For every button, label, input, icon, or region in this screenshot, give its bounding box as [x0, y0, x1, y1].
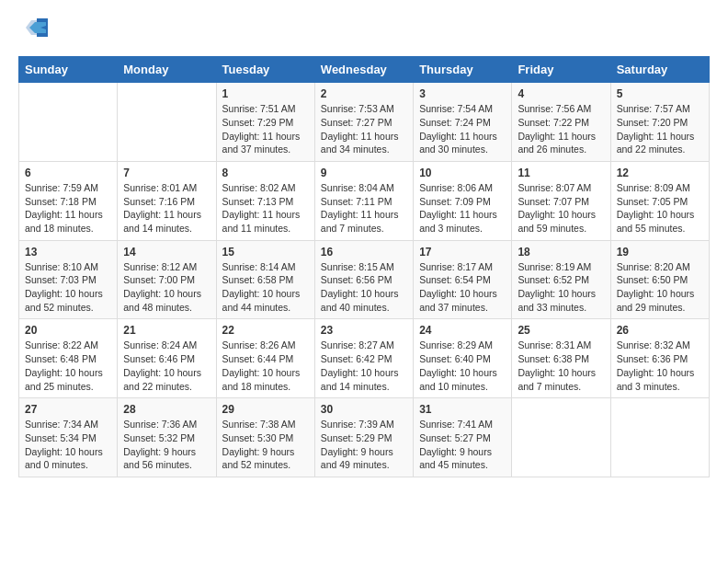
day-number: 18	[518, 246, 604, 259]
day-of-week-header: SundayMondayTuesdayWednesdayThursdayFrid…	[19, 57, 710, 83]
day-info: Sunrise: 7:51 AMSunset: 7:29 PMDaylight:…	[222, 102, 309, 156]
day-number: 17	[419, 246, 506, 259]
calendar-week-1: 1Sunrise: 7:51 AMSunset: 7:29 PMDaylight…	[19, 83, 710, 162]
day-header-monday: Monday	[118, 57, 216, 83]
day-header-thursday: Thursday	[414, 57, 512, 83]
day-info: Sunrise: 8:32 AMSunset: 6:36 PMDaylight:…	[617, 339, 703, 393]
calendar-cell: 14Sunrise: 8:12 AMSunset: 7:00 PMDayligh…	[118, 240, 216, 319]
calendar-week-3: 13Sunrise: 8:10 AMSunset: 7:03 PMDayligh…	[19, 240, 710, 319]
calendar-cell: 13Sunrise: 8:10 AMSunset: 7:03 PMDayligh…	[19, 240, 118, 319]
day-header-tuesday: Tuesday	[216, 57, 314, 83]
calendar-table: SundayMondayTuesdayWednesdayThursdayFrid…	[18, 56, 710, 477]
calendar-cell: 8Sunrise: 8:02 AMSunset: 7:13 PMDaylight…	[216, 161, 314, 240]
day-number: 15	[222, 246, 309, 259]
day-number: 12	[617, 167, 703, 179]
day-info: Sunrise: 7:53 AMSunset: 7:27 PMDaylight:…	[321, 102, 407, 156]
day-info: Sunrise: 8:15 AMSunset: 6:56 PMDaylight:…	[321, 260, 407, 315]
day-info: Sunrise: 7:34 AMSunset: 5:34 PMDaylight:…	[25, 418, 111, 472]
calendar-cell: 11Sunrise: 8:07 AMSunset: 7:07 PMDayligh…	[512, 161, 610, 240]
day-info: Sunrise: 8:14 AMSunset: 6:58 PMDaylight:…	[222, 260, 309, 315]
calendar-cell: 26Sunrise: 8:32 AMSunset: 6:36 PMDayligh…	[610, 319, 709, 398]
calendar-cell: 20Sunrise: 8:22 AMSunset: 6:48 PMDayligh…	[19, 319, 118, 398]
day-info: Sunrise: 8:02 AMSunset: 7:13 PMDaylight:…	[222, 181, 309, 236]
day-info: Sunrise: 7:59 AMSunset: 7:18 PMDaylight:…	[25, 181, 111, 236]
calendar-cell: 22Sunrise: 8:26 AMSunset: 6:44 PMDayligh…	[216, 319, 314, 398]
calendar-cell	[118, 83, 216, 162]
day-number: 23	[321, 324, 407, 337]
calendar-cell: 18Sunrise: 8:19 AMSunset: 6:52 PMDayligh…	[512, 240, 610, 319]
day-number: 20	[25, 324, 111, 337]
calendar-cell: 30Sunrise: 7:39 AMSunset: 5:29 PMDayligh…	[314, 398, 413, 477]
calendar-cell: 19Sunrise: 8:20 AMSunset: 6:50 PMDayligh…	[610, 240, 709, 319]
day-info: Sunrise: 8:12 AMSunset: 7:00 PMDaylight:…	[123, 260, 210, 315]
day-info: Sunrise: 7:57 AMSunset: 7:20 PMDaylight:…	[617, 102, 703, 156]
day-info: Sunrise: 7:39 AMSunset: 5:29 PMDaylight:…	[321, 418, 407, 472]
day-number: 13	[25, 246, 111, 259]
day-info: Sunrise: 8:26 AMSunset: 6:44 PMDaylight:…	[222, 339, 309, 393]
day-number: 14	[123, 246, 210, 259]
day-number: 16	[321, 246, 407, 259]
calendar-cell: 9Sunrise: 8:04 AMSunset: 7:11 PMDaylight…	[314, 161, 413, 240]
calendar-body: 1Sunrise: 7:51 AMSunset: 7:29 PMDaylight…	[19, 83, 710, 477]
day-info: Sunrise: 8:19 AMSunset: 6:52 PMDaylight:…	[518, 260, 604, 315]
calendar-cell	[512, 398, 610, 477]
day-number: 25	[518, 324, 604, 337]
day-info: Sunrise: 8:10 AMSunset: 7:03 PMDaylight:…	[25, 260, 111, 315]
calendar-cell: 16Sunrise: 8:15 AMSunset: 6:56 PMDayligh…	[314, 240, 413, 319]
calendar-week-4: 20Sunrise: 8:22 AMSunset: 6:48 PMDayligh…	[19, 319, 710, 398]
day-number: 10	[419, 167, 506, 179]
calendar-cell: 31Sunrise: 7:41 AMSunset: 5:27 PMDayligh…	[414, 398, 512, 477]
day-number: 29	[222, 403, 309, 416]
calendar-cell	[19, 83, 118, 162]
day-info: Sunrise: 7:38 AMSunset: 5:30 PMDaylight:…	[222, 418, 309, 472]
day-info: Sunrise: 7:54 AMSunset: 7:24 PMDaylight:…	[419, 102, 506, 156]
logo	[18, 18, 48, 41]
day-info: Sunrise: 7:56 AMSunset: 7:22 PMDaylight:…	[518, 102, 604, 156]
day-info: Sunrise: 8:27 AMSunset: 6:42 PMDaylight:…	[321, 339, 407, 393]
calendar-week-5: 27Sunrise: 7:34 AMSunset: 5:34 PMDayligh…	[19, 398, 710, 477]
calendar-cell: 24Sunrise: 8:29 AMSunset: 6:40 PMDayligh…	[414, 319, 512, 398]
day-number: 9	[321, 167, 407, 179]
day-number: 21	[123, 324, 210, 337]
day-info: Sunrise: 8:01 AMSunset: 7:16 PMDaylight:…	[123, 181, 210, 236]
day-info: Sunrise: 8:29 AMSunset: 6:40 PMDaylight:…	[419, 339, 506, 393]
day-info: Sunrise: 8:17 AMSunset: 6:54 PMDaylight:…	[419, 260, 506, 315]
day-info: Sunrise: 8:20 AMSunset: 6:50 PMDaylight:…	[617, 260, 703, 315]
day-header-sunday: Sunday	[19, 57, 118, 83]
calendar-cell: 10Sunrise: 8:06 AMSunset: 7:09 PMDayligh…	[414, 161, 512, 240]
calendar-container: SundayMondayTuesdayWednesdayThursdayFrid…	[0, 0, 728, 487]
calendar-week-2: 6Sunrise: 7:59 AMSunset: 7:18 PMDaylight…	[19, 161, 710, 240]
day-number: 7	[123, 167, 210, 179]
day-number: 19	[617, 246, 703, 259]
day-number: 8	[222, 167, 309, 179]
day-info: Sunrise: 7:36 AMSunset: 5:32 PMDaylight:…	[123, 418, 210, 472]
calendar-cell: 6Sunrise: 7:59 AMSunset: 7:18 PMDaylight…	[19, 161, 118, 240]
day-number: 3	[419, 87, 506, 100]
day-number: 1	[222, 87, 309, 100]
calendar-cell: 28Sunrise: 7:36 AMSunset: 5:32 PMDayligh…	[118, 398, 216, 477]
calendar-cell: 4Sunrise: 7:56 AMSunset: 7:22 PMDaylight…	[512, 83, 610, 162]
day-info: Sunrise: 8:22 AMSunset: 6:48 PMDaylight:…	[25, 339, 111, 393]
calendar-cell: 2Sunrise: 7:53 AMSunset: 7:27 PMDaylight…	[314, 83, 413, 162]
day-number: 24	[419, 324, 506, 337]
day-number: 30	[321, 403, 407, 416]
calendar-cell: 5Sunrise: 7:57 AMSunset: 7:20 PMDaylight…	[610, 83, 709, 162]
calendar-cell: 21Sunrise: 8:24 AMSunset: 6:46 PMDayligh…	[118, 319, 216, 398]
day-info: Sunrise: 8:24 AMSunset: 6:46 PMDaylight:…	[123, 339, 210, 393]
calendar-cell: 7Sunrise: 8:01 AMSunset: 7:16 PMDaylight…	[118, 161, 216, 240]
header	[18, 18, 710, 41]
day-info: Sunrise: 8:07 AMSunset: 7:07 PMDaylight:…	[518, 181, 604, 236]
day-info: Sunrise: 8:31 AMSunset: 6:38 PMDaylight:…	[518, 339, 604, 393]
day-info: Sunrise: 8:09 AMSunset: 7:05 PMDaylight:…	[617, 181, 703, 236]
day-number: 11	[518, 167, 604, 179]
day-header-friday: Friday	[512, 57, 610, 83]
calendar-cell: 17Sunrise: 8:17 AMSunset: 6:54 PMDayligh…	[414, 240, 512, 319]
day-info: Sunrise: 8:06 AMSunset: 7:09 PMDaylight:…	[419, 181, 506, 236]
day-header-saturday: Saturday	[610, 57, 709, 83]
day-header-wednesday: Wednesday	[314, 57, 413, 83]
calendar-cell: 3Sunrise: 7:54 AMSunset: 7:24 PMDaylight…	[414, 83, 512, 162]
calendar-cell: 15Sunrise: 8:14 AMSunset: 6:58 PMDayligh…	[216, 240, 314, 319]
day-number: 28	[123, 403, 210, 416]
calendar-cell: 25Sunrise: 8:31 AMSunset: 6:38 PMDayligh…	[512, 319, 610, 398]
day-number: 6	[25, 167, 111, 179]
